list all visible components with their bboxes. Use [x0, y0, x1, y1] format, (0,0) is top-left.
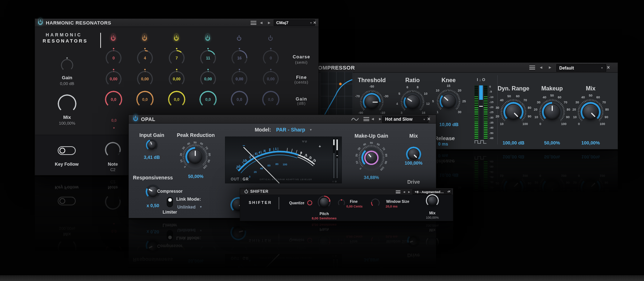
- threshold-knob[interactable]: -90-70-50-30-10: [363, 93, 381, 111]
- knob-scale-label: 5: [398, 92, 400, 95]
- gain-reduction-meter: [479, 85, 483, 139]
- release-shape-icon[interactable]: [474, 139, 487, 144]
- resonator-4-coarse-knob[interactable]: 11: [200, 50, 216, 66]
- power-icon[interactable]: [244, 189, 248, 193]
- knob-scale-label: 20: [496, 115, 499, 118]
- window-size-knob[interactable]: [371, 199, 380, 207]
- next-preset-icon[interactable]: ▶: [268, 21, 270, 24]
- waveform-icon[interactable]: [351, 117, 359, 121]
- gain-row-label: Gain: [296, 97, 307, 102]
- close-icon[interactable]: ×: [427, 116, 430, 122]
- release-label: Release: [435, 135, 455, 141]
- master-gain-knob[interactable]: [61, 59, 73, 71]
- menu-icon[interactable]: [396, 190, 401, 193]
- quantize-toggle[interactable]: [307, 200, 312, 205]
- resonator-4-gain-knob[interactable]: 0,0: [199, 91, 217, 108]
- compressor-limiter-switch[interactable]: [167, 197, 173, 207]
- resonator-1-power[interactable]: [111, 36, 116, 41]
- vu-gr-label[interactable]: GR: [243, 177, 249, 181]
- dyn-range-knob[interactable]: 102030405060708090100: [503, 102, 524, 122]
- knee-label: Knee: [441, 77, 455, 84]
- key-follow-toggle[interactable]: [58, 146, 76, 155]
- resonator-2-power[interactable]: [142, 36, 147, 41]
- power-icon[interactable]: [133, 116, 138, 121]
- prev-preset-icon[interactable]: ◀: [260, 21, 263, 24]
- preset-selector[interactable]: Hot and Slow ▼: [382, 116, 428, 123]
- ratio-knob[interactable]: 34568101216: [403, 93, 422, 111]
- link-chevron-icon[interactable]: ▼: [199, 205, 202, 209]
- menu-icon[interactable]: [529, 66, 535, 70]
- close-icon[interactable]: ×: [313, 20, 316, 25]
- threshold-point[interactable]: [339, 83, 342, 85]
- knee-knob[interactable]: 151015202530: [440, 92, 458, 110]
- next-preset-icon[interactable]: ▶: [408, 190, 410, 193]
- prev-preset-icon[interactable]: ◀: [403, 190, 405, 193]
- resonator-1-gain-knob[interactable]: 0,0: [105, 91, 122, 108]
- next-preset-icon[interactable]: ▶: [379, 117, 381, 121]
- resonator-6-fine-knob[interactable]: 0,00: [263, 71, 279, 87]
- knob-scale-label: 70: [564, 101, 567, 104]
- preset-selector[interactable]: Default ▼: [556, 64, 606, 72]
- prev-preset-icon[interactable]: ◀: [371, 117, 374, 121]
- master-gain-label: Gain: [62, 75, 72, 80]
- knob-scale-label: 60: [596, 95, 600, 99]
- opal-mix-knob[interactable]: [406, 147, 421, 162]
- pitch-knob[interactable]: [318, 196, 331, 209]
- resonator-1-coarse-knob[interactable]: 0: [106, 50, 122, 66]
- vu-meter: VU 20 10 7 5 4 3 2 1 0 1 2 3: [225, 137, 342, 183]
- input-gain-value: 3,41 dB: [144, 155, 160, 160]
- master-mix-knob[interactable]: [58, 94, 76, 113]
- resonator-5-coarse-knob[interactable]: 16: [231, 50, 247, 66]
- power-icon[interactable]: [38, 20, 43, 25]
- model-value[interactable]: PAR - Sharp: [276, 127, 305, 133]
- preset-selector[interactable]: +8 - Augmented… ▼: [413, 189, 451, 195]
- model-chevron-icon[interactable]: ▼: [309, 128, 312, 131]
- resonator-5-gain-knob[interactable]: 0,0: [231, 91, 248, 108]
- resonator-1-fine-knob[interactable]: 0,00: [106, 71, 122, 87]
- knob-scale-label: 0: [359, 167, 362, 170]
- resonator-4-fine-knob[interactable]: 0,00: [200, 71, 216, 87]
- input-gain-knob[interactable]: [146, 139, 158, 151]
- resonator-6-coarse-knob[interactable]: 0: [263, 50, 279, 66]
- close-icon[interactable]: ×: [607, 64, 610, 70]
- knob-scale-label: 30: [458, 110, 461, 114]
- resonator-3-fine-knob[interactable]: 0,00: [169, 71, 185, 87]
- preset-selector[interactable]: CMaj7 ▼: [274, 19, 315, 26]
- knob-scale-label: 90: [207, 159, 211, 163]
- resonator-2-gain-knob[interactable]: 0,0: [136, 91, 154, 108]
- makeup-knob[interactable]: 0102030405060708090100: [542, 102, 562, 122]
- resonator-5-fine-knob[interactable]: 0,00: [231, 71, 247, 87]
- resonator-2-coarse-knob[interactable]: 4: [137, 50, 153, 66]
- comp-mix-knob[interactable]: 0102030405060708090100: [581, 102, 601, 122]
- resonator-6-gain-knob[interactable]: 0,0: [262, 91, 279, 108]
- resonator-3-power[interactable]: [174, 36, 179, 41]
- menu-icon[interactable]: [363, 117, 369, 121]
- makeup-gain-knob[interactable]: 0102030405060708090100: [361, 148, 381, 168]
- knob-scale-label: 15: [447, 84, 450, 88]
- scale-tick: 0: [489, 85, 494, 88]
- peak-reduction-knob[interactable]: 0102030405060708090100: [185, 147, 205, 166]
- vu-out-label[interactable]: OUT: [231, 177, 239, 181]
- knob-scale-label: 10: [179, 159, 183, 163]
- resonator-6-power[interactable]: [268, 36, 273, 41]
- vu-tick: 4: [259, 151, 260, 154]
- knob-scale-label: 20: [458, 89, 461, 92]
- scale-tick: -20: [489, 106, 494, 109]
- knob-scale-label: 20: [354, 154, 358, 157]
- link-mode-value[interactable]: Unlinked: [177, 205, 196, 210]
- resonator-3-gain-knob[interactable]: 0,0: [168, 91, 185, 108]
- resonator-3-coarse-knob[interactable]: 7: [169, 50, 185, 66]
- menu-icon[interactable]: [251, 21, 256, 25]
- close-icon[interactable]: ×: [448, 189, 450, 193]
- resonator-2-fine-knob[interactable]: 0,00: [137, 71, 153, 87]
- resonator-4-power[interactable]: [205, 36, 210, 41]
- fine-knob[interactable]: [338, 199, 345, 206]
- vu-tick: 5: [255, 152, 257, 156]
- note-knob[interactable]: [105, 142, 121, 158]
- opal-mix-label: Mix: [409, 133, 418, 139]
- prev-preset-icon[interactable]: ◀: [540, 66, 542, 69]
- shifter-mix-knob[interactable]: [426, 194, 439, 207]
- makeup-label: Makeup: [541, 85, 563, 92]
- next-preset-icon[interactable]: ▶: [549, 66, 551, 69]
- resonator-5-power[interactable]: [237, 36, 242, 41]
